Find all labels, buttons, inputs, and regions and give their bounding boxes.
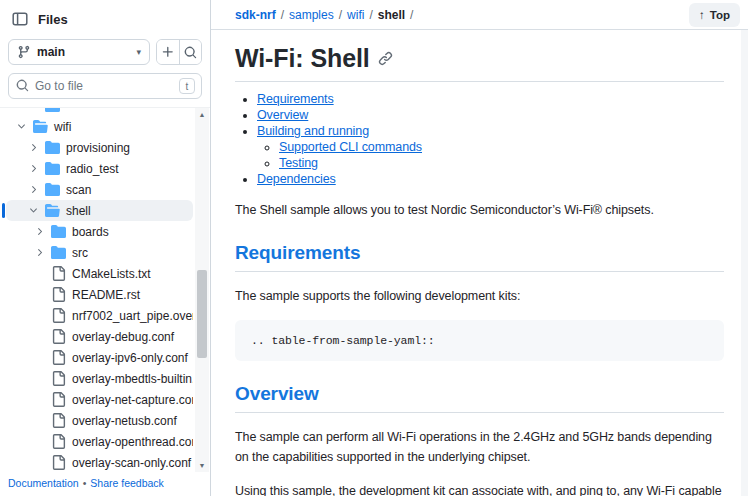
table-of-contents: Requirements Overview Building and runni… bbox=[235, 92, 724, 186]
overview-paragraph-1: The sample can perform all Wi-Fi operati… bbox=[235, 427, 724, 467]
chevron-down-icon bbox=[14, 121, 28, 132]
tree-item-overlay-debug-conf[interactable]: overlay-debug.conf bbox=[6, 326, 193, 347]
shortcut-key-badge: t bbox=[179, 78, 195, 94]
go-to-file: t bbox=[8, 73, 202, 99]
file-tree-container: wifi provisioning bbox=[0, 107, 210, 472]
search-code-button[interactable] bbox=[179, 40, 201, 64]
tree-item-wifi[interactable]: wifi bbox=[6, 116, 193, 137]
file-icon bbox=[51, 350, 67, 365]
tree-item-scan[interactable]: scan bbox=[6, 179, 193, 200]
go-to-file-input[interactable] bbox=[8, 73, 202, 99]
section-heading-overview: Overview bbox=[235, 383, 724, 413]
tree-item-label: overlay-mbedtls-builtin.conf bbox=[72, 372, 193, 386]
content-pane: sdk-nrf / samples / wifi / shell / ↑ Top… bbox=[211, 0, 748, 496]
files-sidebar: Files main ▾ bbox=[0, 0, 211, 496]
tree-item-nrf7002-uart-pipe-overlay[interactable]: nrf7002_uart_pipe.overlay bbox=[6, 305, 193, 326]
tree-item-label: radio_test bbox=[66, 162, 119, 176]
intro-paragraph: The Shell sample allows you to test Nord… bbox=[235, 200, 724, 220]
tree-item-overlay-openthread-conf[interactable]: overlay-openthread.conf bbox=[6, 431, 193, 452]
tree-item-src[interactable]: src bbox=[6, 242, 193, 263]
plus-icon bbox=[161, 45, 175, 59]
chevron-right-icon bbox=[26, 184, 40, 195]
toc-item: Overview bbox=[257, 108, 724, 122]
tree-item-label: overlay-net-capture.conf bbox=[72, 393, 193, 407]
tree-item-overlay-ipv6-only-conf[interactable]: overlay-ipv6-only.conf bbox=[6, 347, 193, 368]
breadcrumb-samples-link[interactable]: samples bbox=[289, 8, 334, 22]
tree-item-readme-rst[interactable]: README.rst bbox=[6, 284, 193, 305]
folder-icon bbox=[51, 245, 67, 260]
add-file-button[interactable] bbox=[157, 40, 179, 64]
tree-item-label: overlay-ipv6-only.conf bbox=[72, 351, 188, 365]
tree-item-overlay-mbedtls-builtin-conf[interactable]: overlay-mbedtls-builtin.conf bbox=[6, 368, 193, 389]
scrollbar-thumb[interactable] bbox=[197, 270, 207, 358]
top-button-label: Top bbox=[710, 9, 730, 21]
scroll-down-icon[interactable]: ▼ bbox=[195, 459, 209, 472]
up-arrow-icon: ↑ bbox=[699, 9, 705, 21]
tree-item-partial[interactable] bbox=[6, 108, 193, 116]
tree-item-label: boards bbox=[72, 225, 109, 239]
overview-paragraph-2: Using this sample, the development kit c… bbox=[235, 481, 724, 496]
tree-item-cmakelists-txt[interactable]: CMakeLists.txt bbox=[6, 263, 193, 284]
folder-icon bbox=[51, 224, 67, 239]
folder-icon bbox=[45, 161, 61, 176]
chevron-right-icon bbox=[32, 247, 46, 258]
files-title: Files bbox=[38, 12, 68, 27]
tree-item-label: overlay-scan-only.conf bbox=[72, 456, 191, 470]
chevron-right-icon bbox=[26, 142, 40, 153]
section-heading-requirements: Requirements bbox=[235, 242, 724, 272]
branch-selector[interactable]: main ▾ bbox=[8, 39, 150, 65]
toc-link-building-and-running[interactable]: Building and running bbox=[257, 124, 369, 138]
breadcrumb-wifi-link[interactable]: wifi bbox=[347, 8, 364, 22]
file-icon bbox=[51, 329, 67, 344]
page-scroll-gutter[interactable] bbox=[741, 30, 748, 496]
readme-rendered: Wi-Fi: Shell Requirements Overview Build… bbox=[211, 30, 748, 496]
tree-item-provisioning[interactable]: provisioning bbox=[6, 137, 193, 158]
branch-name: main bbox=[37, 45, 130, 59]
git-branch-icon bbox=[17, 45, 31, 59]
toc-link-dependencies[interactable]: Dependencies bbox=[257, 172, 336, 186]
tree-actions bbox=[156, 39, 202, 65]
tree-item-label: README.rst bbox=[72, 288, 140, 302]
code-block[interactable]: .. table-from-sample-yaml:: bbox=[235, 320, 724, 361]
tree-item-label: scan bbox=[66, 183, 91, 197]
requirements-paragraph: The sample supports the following develo… bbox=[235, 286, 724, 306]
sidebar-controls: main ▾ bbox=[0, 35, 210, 71]
toc-link-testing[interactable]: Testing bbox=[279, 156, 318, 170]
toc-sublist: Supported CLI commands Testing bbox=[257, 140, 724, 170]
search-icon bbox=[16, 79, 29, 92]
app-window: Files main ▾ bbox=[0, 0, 748, 496]
breadcrumb-current: shell bbox=[378, 8, 405, 22]
sidebar-footer: Documentation • Share feedback bbox=[0, 472, 210, 496]
sidebar-scrollbar[interactable]: ▲ ▼ bbox=[195, 108, 209, 472]
tree-item-label: src bbox=[72, 246, 88, 260]
file-icon bbox=[51, 266, 67, 281]
tree-item-overlay-netusb-conf[interactable]: overlay-netusb.conf bbox=[6, 410, 193, 431]
folder-icon bbox=[45, 140, 61, 155]
collapse-sidebar-icon[interactable] bbox=[12, 11, 28, 27]
folder-icon bbox=[45, 182, 61, 197]
toc-link-requirements[interactable]: Requirements bbox=[257, 92, 334, 106]
tree-item-shell[interactable]: shell bbox=[6, 200, 193, 221]
breadcrumb-repo-link[interactable]: sdk-nrf bbox=[235, 8, 276, 22]
toc-item: Supported CLI commands bbox=[279, 140, 724, 154]
tree-item-label: provisioning bbox=[66, 141, 130, 155]
share-feedback-link[interactable]: Share feedback bbox=[90, 477, 164, 489]
tree-item-overlay-scan-only-conf[interactable]: overlay-scan-only.conf bbox=[6, 452, 193, 472]
scroll-up-icon[interactable]: ▲ bbox=[195, 108, 209, 121]
file-tree: wifi provisioning bbox=[0, 108, 193, 472]
file-icon bbox=[51, 287, 67, 302]
folder-icon bbox=[45, 108, 61, 113]
scroll-to-top-button[interactable]: ↑ Top bbox=[689, 3, 740, 27]
tree-item-radio-test[interactable]: radio_test bbox=[6, 158, 193, 179]
chevron-down-icon: ▾ bbox=[136, 48, 141, 57]
toc-item: Building and running Supported CLI comma… bbox=[257, 124, 724, 170]
file-icon bbox=[51, 455, 67, 470]
tree-item-overlay-net-capture-conf[interactable]: overlay-net-capture.conf bbox=[6, 389, 193, 410]
tree-item-boards[interactable]: boards bbox=[6, 221, 193, 242]
toc-link-overview[interactable]: Overview bbox=[257, 108, 308, 122]
documentation-link[interactable]: Documentation bbox=[8, 477, 79, 489]
toc-link-supported-cli-commands[interactable]: Supported CLI commands bbox=[279, 140, 422, 154]
title-divider bbox=[235, 81, 724, 82]
anchor-link-icon[interactable] bbox=[378, 51, 393, 66]
page-title: Wi-Fi: Shell bbox=[235, 44, 724, 73]
